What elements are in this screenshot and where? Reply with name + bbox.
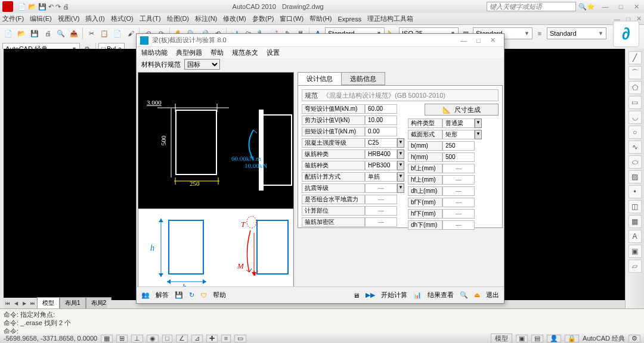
field-value[interactable]: 60.00: [365, 104, 397, 114]
match-icon[interactable]: 🖌: [125, 27, 137, 39]
menu-window[interactable]: 窗口(W): [280, 14, 304, 23]
minimize-icon[interactable]: —: [600, 3, 611, 11]
field-value[interactable]: HPB300: [365, 161, 397, 170]
maximize-icon[interactable]: □: [615, 3, 626, 11]
field-value[interactable]: —: [442, 186, 475, 196]
field-value[interactable]: C25: [365, 138, 397, 148]
dlg-menu-help[interactable]: 帮助: [210, 48, 224, 57]
copy-icon[interactable]: 📋: [98, 27, 110, 39]
help-label[interactable]: 帮助: [213, 291, 226, 300]
qat-new-icon[interactable]: 📄: [18, 3, 26, 11]
print-icon[interactable]: 🖨: [42, 27, 54, 39]
view-icon[interactable]: 🔍: [460, 291, 468, 299]
field-value[interactable]: 10.00: [365, 116, 397, 125]
menu-file[interactable]: 文件(F): [2, 14, 24, 23]
field-value[interactable]: 矩形: [442, 130, 475, 139]
text-icon[interactable]: A: [628, 230, 642, 243]
line-icon[interactable]: ╱: [628, 51, 642, 64]
menu-lztool[interactable]: 理正结构工具箱: [367, 14, 413, 23]
field-value[interactable]: —: [442, 209, 475, 219]
field-value[interactable]: —: [365, 195, 397, 204]
otrack-btn[interactable]: ∠: [176, 335, 188, 342]
command-window[interactable]: 命令: 指定对角点: 命令: _.erase 找到 2 个 命令:: [0, 308, 644, 333]
field-value[interactable]: —: [365, 206, 397, 216]
cut-icon[interactable]: ✂: [85, 27, 97, 39]
qp-btn[interactable]: ▭: [234, 335, 246, 342]
snap-btn[interactable]: ▦: [101, 335, 113, 342]
field-value[interactable]: 0.00: [365, 127, 397, 136]
menu-edit[interactable]: 编辑(E): [30, 14, 52, 23]
menu-help[interactable]: 帮助(H): [309, 14, 332, 23]
qat-print-icon[interactable]: 🖨: [63, 3, 69, 10]
rect-icon[interactable]: ▭: [628, 96, 642, 109]
qa-label[interactable]: 解答: [156, 291, 169, 300]
help-icon[interactable]: 🛡: [200, 292, 207, 299]
qa-icon[interactable]: 👥: [141, 291, 150, 299]
field-value[interactable]: —: [442, 198, 475, 207]
ducs-btn[interactable]: ⊿: [191, 335, 203, 342]
chevron-down-icon[interactable]: ▼: [397, 161, 404, 170]
sb-icon[interactable]: ▣: [516, 335, 528, 342]
dlg-menu-settings[interactable]: 设置: [267, 48, 280, 57]
sb-icon[interactable]: 🔒: [565, 335, 579, 342]
result-label[interactable]: 结果查看: [428, 291, 454, 300]
dlg-menu-aux[interactable]: 辅助功能: [141, 48, 168, 57]
arc-icon[interactable]: ◡: [628, 111, 642, 124]
open-icon[interactable]: 📂: [16, 27, 27, 39]
spline-icon[interactable]: ∿: [628, 141, 642, 154]
menu-draw[interactable]: 绘图(D): [167, 14, 189, 23]
polyline-icon[interactable]: ⌒: [628, 66, 642, 79]
tab-prev-icon[interactable]: ◀: [12, 299, 20, 307]
qat-open-icon[interactable]: 📂: [28, 3, 36, 11]
dlg-min-icon[interactable]: —: [456, 37, 472, 44]
run-icon[interactable]: ▶▶: [366, 291, 375, 299]
block-icon[interactable]: ◫: [628, 200, 642, 213]
menu-express[interactable]: Express: [338, 15, 361, 23]
field-value[interactable]: —: [365, 217, 397, 227]
lwt-btn[interactable]: ≡: [221, 335, 231, 342]
dlg-max-icon[interactable]: □: [472, 37, 485, 44]
chevron-down-icon[interactable]: ▼: [475, 130, 482, 139]
refresh-icon[interactable]: ↻: [189, 291, 194, 299]
tab-rebar[interactable]: 选筋信息: [341, 72, 385, 85]
save-icon[interactable]: 💾: [29, 27, 41, 39]
tab-layout1[interactable]: 布局1: [60, 297, 86, 309]
search-icon[interactable]: 🔍: [578, 3, 587, 11]
preview-icon[interactable]: 🔍: [55, 27, 67, 39]
ellipse-icon[interactable]: ⬭: [628, 155, 642, 169]
field-value[interactable]: HRB400: [365, 149, 397, 159]
field-value[interactable]: 500: [442, 152, 475, 162]
polar-btn[interactable]: ◉: [147, 335, 159, 342]
region-icon[interactable]: ▣: [628, 245, 642, 258]
chevron-down-icon[interactable]: ▼: [397, 138, 404, 148]
field-value[interactable]: 普通梁: [442, 119, 475, 128]
qat-undo-icon[interactable]: ↶: [48, 3, 54, 11]
hatch-icon[interactable]: ▨: [628, 170, 642, 183]
chevron-down-icon[interactable]: ▼: [397, 183, 404, 193]
menu-dimension[interactable]: 标注(N): [195, 14, 217, 23]
sb-tray-icon[interactable]: ⚙: [628, 335, 640, 342]
menu-modify[interactable]: 修改(M): [223, 14, 246, 23]
dlg-menu-code[interactable]: 规范条文: [232, 48, 258, 57]
dlg-close-icon[interactable]: ✕: [485, 36, 500, 44]
tab-first-icon[interactable]: ⏮: [4, 299, 12, 307]
sb-icon[interactable]: 👤: [547, 335, 561, 342]
menu-tools[interactable]: 工具(T): [140, 14, 161, 23]
calc-label[interactable]: 开始计算: [381, 291, 407, 300]
field-value[interactable]: 250: [442, 141, 475, 151]
dim-gen-button[interactable]: 📐 尺寸生成: [425, 104, 499, 116]
close-icon[interactable]: ✕: [631, 3, 642, 11]
osnap-btn[interactable]: □: [162, 335, 172, 342]
polygon-icon[interactable]: ⬠: [628, 81, 642, 94]
menu-parametric[interactable]: 参数(P): [252, 14, 274, 23]
field-value[interactable]: —: [365, 183, 397, 193]
wipeout-icon[interactable]: ▱: [628, 260, 642, 273]
exit-label[interactable]: 退出: [486, 291, 499, 300]
model-space-btn[interactable]: 模型: [491, 333, 512, 344]
qat-redo-icon[interactable]: ↷: [55, 3, 61, 11]
publish-icon[interactable]: 📤: [68, 27, 80, 39]
point-icon[interactable]: •: [628, 185, 642, 198]
ortho-btn[interactable]: ⊥: [131, 335, 143, 342]
save-icon[interactable]: 💾: [175, 291, 183, 299]
tab-last-icon[interactable]: ⏭: [29, 299, 37, 307]
